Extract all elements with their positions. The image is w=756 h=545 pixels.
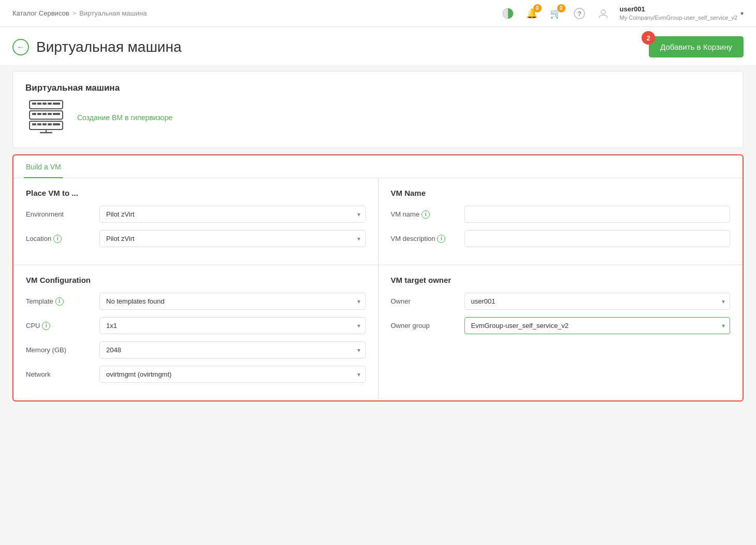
service-card: Виртуальная машина (12, 71, 744, 148)
place-vm-title: Place VM to ... (26, 189, 366, 197)
page-title: Виртуальная машина (36, 39, 182, 55)
service-card-title: Виртуальная машина (25, 83, 731, 93)
environment-label: Environment (26, 210, 93, 218)
environment-select-wrap: Pilot zVirt ▾ (99, 206, 366, 223)
vm-config-panel: VM Configuration Template i No templates… (13, 265, 379, 400)
owner-group-select[interactable]: EvmGroup-user_self_service_v2 (464, 317, 731, 334)
back-button[interactable]: ← (12, 39, 29, 55)
location-row: Location i Pilot zVirt ▾ (26, 230, 366, 247)
header: Каталог Сервисов > Виртуальная машина 🔔 … (0, 0, 756, 27)
environment-select[interactable]: Pilot zVirt (99, 206, 366, 223)
owner-row: Owner user001 ▾ (391, 293, 731, 310)
vm-name-info-icon[interactable]: i (421, 210, 430, 219)
add-to-cart-label: Добавить в Корзину (660, 42, 732, 51)
location-info-icon[interactable]: i (53, 235, 62, 243)
cpu-row: CPU i 1x1 ▾ (26, 317, 366, 334)
vm-name-input[interactable] (464, 206, 731, 223)
memory-row: Memory (GB) 2048 ▾ (26, 341, 366, 358)
tab-build-vm[interactable]: Build a VM (24, 155, 63, 178)
vm-name-row: VM name i (391, 206, 731, 223)
location-label: Location i (26, 235, 93, 243)
svg-rect-7 (42, 103, 47, 105)
breadcrumb-current: Виртуальная машина (79, 9, 147, 17)
breadcrumb-parent[interactable]: Каталог Сервисов (12, 9, 69, 17)
vm-description-info-icon[interactable]: i (437, 235, 445, 243)
svg-rect-9 (53, 103, 60, 105)
vm-description-label: VM description i (391, 235, 458, 243)
owner-label: Owner (391, 297, 458, 305)
notifications-badge: 0 (533, 4, 542, 12)
page-title-bar: ← Виртуальная машина 2 Добавить в Корзин… (0, 27, 756, 65)
tab-build-vm-label: Build a VM (26, 163, 61, 171)
add-to-cart-button[interactable]: 2 Добавить в Корзину (649, 36, 744, 58)
owner-select[interactable]: user001 (464, 293, 731, 310)
cpu-label: CPU i (26, 322, 93, 330)
vm-name-panel: VM Name VM name i VM description i (379, 178, 743, 265)
help-icon[interactable]: ? (572, 6, 587, 21)
step2-badge: 2 (642, 31, 655, 45)
vm-description-row: VM description i (391, 230, 731, 247)
template-select[interactable]: No templates found (99, 293, 366, 310)
user-dropdown-chevron: ▾ (740, 10, 744, 17)
svg-rect-12 (37, 113, 41, 115)
template-info-icon[interactable]: i (55, 297, 64, 306)
environment-row: Environment Pilot zVirt ▾ (26, 206, 366, 223)
vm-name-title: VM Name (391, 189, 731, 197)
notifications-icon[interactable]: 🔔 0 (525, 6, 539, 21)
memory-label: Memory (GB) (26, 346, 93, 354)
svg-rect-17 (32, 123, 36, 125)
svg-rect-14 (48, 113, 52, 115)
back-icon: ← (17, 42, 25, 52)
breadcrumb-separator: > (72, 9, 77, 17)
svg-text:?: ? (577, 10, 581, 18)
cpu-select[interactable]: 1x1 (99, 317, 366, 334)
build-vm-section: Build a VM Place VM to ... Environment P… (12, 154, 744, 401)
user-icon[interactable] (596, 6, 610, 21)
template-label: Template i (26, 297, 93, 306)
vm-target-panel: VM target owner Owner user001 ▾ Owner (379, 265, 743, 400)
svg-rect-21 (53, 123, 60, 125)
svg-rect-8 (48, 103, 52, 105)
vm-icon (25, 98, 67, 136)
vm-description-input[interactable] (464, 230, 731, 247)
network-label: Network (26, 370, 93, 378)
build-tabs: Build a VM (13, 155, 743, 178)
place-vm-panel: Place VM to ... Environment Pilot zVirt … (13, 178, 379, 265)
memory-select[interactable]: 2048 (99, 341, 366, 358)
svg-rect-6 (37, 103, 41, 105)
svg-rect-15 (53, 113, 60, 115)
breadcrumb: Каталог Сервисов > Виртуальная машина (12, 9, 147, 17)
template-row: Template i No templates found ▾ (26, 293, 366, 310)
cart-icon[interactable]: 🛒 0 (548, 6, 563, 21)
cart-badge: 0 (557, 4, 565, 12)
network-select[interactable]: ovirtmgmt (ovirtmgmt) (99, 366, 366, 383)
svg-rect-13 (42, 113, 47, 115)
vm-target-title: VM target owner (391, 276, 731, 284)
build-top-row: Place VM to ... Environment Pilot zVirt … (13, 178, 743, 265)
build-bottom-row: VM Configuration Template i No templates… (13, 265, 743, 400)
svg-rect-11 (32, 113, 36, 115)
svg-rect-18 (37, 123, 41, 125)
theme-toggle-icon[interactable] (501, 6, 515, 21)
user-org: My Company/EvmGroup-user_self_service_v2 (620, 14, 737, 21)
svg-rect-20 (48, 123, 52, 125)
vm-name-label: VM name i (391, 210, 458, 219)
network-row: Network ovirtmgmt (ovirtmgmt) ▾ (26, 366, 366, 383)
service-description[interactable]: Создание ВМ в гипервизоре (77, 113, 172, 122)
header-actions: 🔔 0 🛒 0 ? user001 My Company/EvmGroup-us… (501, 5, 744, 21)
svg-rect-19 (42, 123, 47, 125)
svg-point-3 (601, 10, 605, 14)
location-select[interactable]: Pilot zVirt (99, 230, 366, 247)
cpu-info-icon[interactable]: i (42, 322, 50, 330)
owner-group-row: Owner group EvmGroup-user_self_service_v… (391, 317, 731, 334)
user-info[interactable]: user001 My Company/EvmGroup-user_self_se… (620, 5, 744, 21)
user-name: user001 (620, 5, 737, 14)
owner-group-label: Owner group (391, 322, 458, 329)
svg-rect-5 (32, 103, 36, 105)
location-select-wrap: Pilot zVirt ▾ (99, 230, 366, 247)
vm-config-title: VM Configuration (26, 276, 366, 284)
